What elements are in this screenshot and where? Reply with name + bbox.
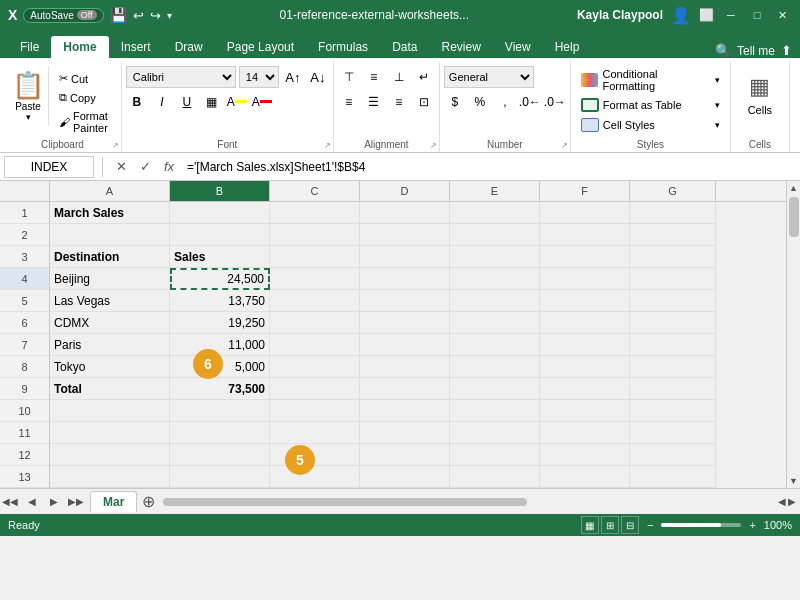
cell-b2[interactable]	[170, 224, 270, 246]
autosave-toggle[interactable]: AutoSave Off	[23, 8, 103, 23]
next-sheet-button[interactable]: ▶	[44, 492, 64, 512]
redo-icon[interactable]: ↪	[150, 8, 161, 23]
zoom-out-button[interactable]: −	[647, 519, 653, 531]
cell-a4[interactable]: Beijing	[50, 268, 170, 290]
font-name-select[interactable]: Calibri	[126, 66, 236, 88]
cell-g2[interactable]	[630, 224, 716, 246]
cell-f1[interactable]	[540, 202, 630, 224]
cell-e11[interactable]	[450, 422, 540, 444]
cell-c3[interactable]	[270, 246, 360, 268]
cell-b12[interactable]	[170, 444, 270, 466]
vertical-scrollbar[interactable]: ▲ ▼	[786, 181, 800, 488]
cell-g10[interactable]	[630, 400, 716, 422]
cell-a5[interactable]: Las Vegas	[50, 290, 170, 312]
cell-b1[interactable]	[170, 202, 270, 224]
tab-home[interactable]: Home	[51, 36, 108, 58]
cell-d12[interactable]	[360, 444, 450, 466]
cell-e13[interactable]	[450, 466, 540, 488]
sheet-tab-mar[interactable]: Mar	[90, 491, 137, 512]
tell-me[interactable]: Tell me	[737, 44, 775, 58]
formula-input[interactable]	[183, 156, 796, 178]
number-format-select[interactable]: General	[444, 66, 534, 88]
cell-f11[interactable]	[540, 422, 630, 444]
cell-g11[interactable]	[630, 422, 716, 444]
row-header-5[interactable]: 5	[0, 290, 50, 312]
cell-a9[interactable]: Total	[50, 378, 170, 400]
tab-formulas[interactable]: Formulas	[306, 36, 380, 58]
save-icon[interactable]: 💾	[110, 7, 127, 23]
last-sheet-button[interactable]: ▶▶	[66, 492, 86, 512]
cancel-formula-button[interactable]: ✕	[111, 157, 131, 177]
page-break-view-button[interactable]: ⊟	[621, 516, 639, 534]
cell-g4[interactable]	[630, 268, 716, 290]
row-header-3[interactable]: 3	[0, 246, 50, 268]
currency-button[interactable]: $	[444, 91, 466, 113]
col-header-a[interactable]: A	[50, 181, 170, 201]
cell-a2[interactable]	[50, 224, 170, 246]
cell-f9[interactable]	[540, 378, 630, 400]
page-layout-view-button[interactable]: ⊞	[601, 516, 619, 534]
cell-f12[interactable]	[540, 444, 630, 466]
editing-button[interactable]: ✎ Editing	[794, 66, 800, 124]
cell-c6[interactable]	[270, 312, 360, 334]
cell-d2[interactable]	[360, 224, 450, 246]
cell-d4[interactable]	[360, 268, 450, 290]
tab-insert[interactable]: Insert	[109, 36, 163, 58]
align-right-button[interactable]: ≡	[388, 91, 410, 113]
format-as-table-button[interactable]: Format as Table ▾	[575, 96, 726, 114]
cell-e6[interactable]	[450, 312, 540, 334]
row-header-1[interactable]: 1	[0, 202, 50, 224]
percent-button[interactable]: %	[469, 91, 491, 113]
cell-f4[interactable]	[540, 268, 630, 290]
h-scroll-thumb[interactable]	[163, 498, 527, 506]
cell-a12[interactable]	[50, 444, 170, 466]
cell-d9[interactable]	[360, 378, 450, 400]
cell-b6[interactable]: 19,250	[170, 312, 270, 334]
font-color-button[interactable]: A	[251, 91, 273, 113]
cell-e1[interactable]	[450, 202, 540, 224]
col-header-b[interactable]: B	[170, 181, 270, 201]
cell-c12[interactable]	[270, 444, 360, 466]
cell-d1[interactable]	[360, 202, 450, 224]
confirm-formula-button[interactable]: ✓	[135, 157, 155, 177]
cell-b5[interactable]: 13,750	[170, 290, 270, 312]
cell-b10[interactable]	[170, 400, 270, 422]
tab-help[interactable]: Help	[543, 36, 592, 58]
cell-g13[interactable]	[630, 466, 716, 488]
cell-d11[interactable]	[360, 422, 450, 444]
clipboard-expand[interactable]: ↗	[112, 141, 119, 150]
cell-a6[interactable]: CDMX	[50, 312, 170, 334]
zoom-in-button[interactable]: +	[749, 519, 755, 531]
cell-a10[interactable]	[50, 400, 170, 422]
col-header-d[interactable]: D	[360, 181, 450, 201]
cell-g1[interactable]	[630, 202, 716, 224]
scroll-up-button[interactable]: ▲	[787, 181, 800, 195]
cell-c5[interactable]	[270, 290, 360, 312]
undo-icon[interactable]: ↩	[133, 8, 144, 23]
cell-f5[interactable]	[540, 290, 630, 312]
name-box[interactable]	[4, 156, 94, 178]
cell-c13[interactable]	[270, 466, 360, 488]
cell-f3[interactable]	[540, 246, 630, 268]
tab-review[interactable]: Review	[429, 36, 492, 58]
font-expand[interactable]: ↗	[324, 141, 331, 150]
cell-d3[interactable]	[360, 246, 450, 268]
tab-view[interactable]: View	[493, 36, 543, 58]
decrease-decimal-button[interactable]: .0←	[519, 91, 541, 113]
font-size-select[interactable]: 14	[239, 66, 279, 88]
row-header-2[interactable]: 2	[0, 224, 50, 246]
col-header-g[interactable]: G	[630, 181, 716, 201]
cell-b9[interactable]: 73,500	[170, 378, 270, 400]
cell-d8[interactable]	[360, 356, 450, 378]
cells-button[interactable]: ▦ Cells	[735, 66, 785, 124]
row-header-9[interactable]: 9	[0, 378, 50, 400]
cell-b11[interactable]	[170, 422, 270, 444]
paste-dropdown[interactable]: ▾	[26, 112, 31, 122]
cell-g12[interactable]	[630, 444, 716, 466]
row-header-11[interactable]: 11	[0, 422, 50, 444]
fill-color-button[interactable]: A	[226, 91, 248, 113]
prev-sheet-button[interactable]: ◀	[22, 492, 42, 512]
ribbon-display-icon[interactable]: ⬜	[699, 8, 714, 22]
cell-f13[interactable]	[540, 466, 630, 488]
cell-a13[interactable]	[50, 466, 170, 488]
